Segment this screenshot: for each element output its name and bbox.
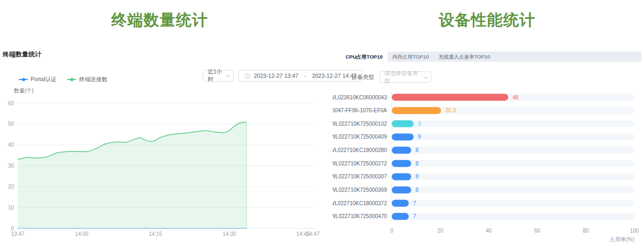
bar-value-label: 7 <box>413 213 416 219</box>
legend-item-1[interactable]: 终端连接数 <box>67 76 107 83</box>
x-tick-label: 0 <box>390 228 393 234</box>
date-separator: - <box>302 73 309 79</box>
area-fill <box>18 122 246 228</box>
tab-0[interactable]: CPU占用TOP10 <box>341 52 387 62</box>
bar-category-label: WL022710K725000102 <box>333 121 387 127</box>
device-type-select[interactable]: 请选择设备类型 <box>379 71 431 83</box>
bar-value-label: 20.3 <box>445 107 456 113</box>
bar-track <box>392 160 634 167</box>
bar <box>392 107 441 114</box>
bar <box>392 120 414 127</box>
x-tick-label: 14:15 <box>149 231 162 237</box>
x-tick-label: 14:00 <box>75 231 89 237</box>
bar-track <box>392 173 634 180</box>
bar-value-label: 8 <box>415 187 419 193</box>
bar <box>392 147 411 154</box>
y-tick-label: 50 <box>8 121 14 127</box>
bar-category-label: WL022710KC18000372 <box>333 200 387 206</box>
left-chart-controls: 近1小时 2023-12-27 13:47 - 2023-12-27 14:47 <box>203 70 362 82</box>
bar <box>392 133 414 140</box>
bar-value-label: 8 <box>415 174 419 179</box>
bar-track <box>392 213 634 220</box>
bar-value-label: 9 <box>418 134 421 140</box>
bar-category-label: 6047-FF96-1070-EF0A <box>333 107 387 113</box>
bar-value-label: 9 <box>418 121 421 127</box>
bar <box>392 173 411 180</box>
tab-2[interactable]: 无线接入点速率TOP10 <box>434 52 495 62</box>
y-tick-label: 30 <box>8 163 14 169</box>
x-tick-label: 14:47 <box>306 231 319 237</box>
bar-track <box>392 133 634 140</box>
x-tick-label: 80 <box>583 228 589 234</box>
x-tick-label: 20 <box>437 228 444 234</box>
legend-label: Portal认证 <box>31 76 56 83</box>
y-tick-label: 60 <box>8 100 14 106</box>
tab-1[interactable]: 内存占用TOP10 <box>387 52 434 62</box>
legend-marker-icon <box>67 78 76 82</box>
bar-value-label: 7 <box>413 200 416 206</box>
y-tick-label: 0 <box>11 226 14 232</box>
bar-track <box>392 147 634 154</box>
x-tick-label: 60 <box>535 228 541 234</box>
bar-value-label: 48 <box>513 95 519 100</box>
device-type-placeholder: 请选择设备类型 <box>384 70 420 85</box>
bar-track <box>392 186 634 193</box>
left-section-title: 终端数量统计 <box>0 10 319 31</box>
chevron-down-icon <box>226 73 230 77</box>
bar-category-label: WL022710K725000409 <box>333 134 387 140</box>
bar-value-label: 8 <box>415 161 419 167</box>
left-card-title: 终端数量统计 <box>3 50 41 59</box>
bar-category-label: WL022710K725000369 <box>333 187 387 193</box>
time-range-select[interactable]: 近1小时 <box>203 70 234 82</box>
bar-category-label: WL023610KC06000043 <box>333 95 387 100</box>
y-tick-label: 20 <box>8 184 14 190</box>
x-tick-label: 100 <box>630 228 639 234</box>
legend-item-0[interactable]: Portal认证 <box>19 76 56 83</box>
chart-legend: Portal认证终端连接数 <box>19 76 107 83</box>
chevron-down-icon <box>423 74 428 78</box>
date-range-picker[interactable]: 2023-12-27 13:47 - 2023-12-27 14:47 <box>238 70 362 82</box>
bar-category-label: WL022710K725000470 <box>333 213 387 219</box>
legend-marker-icon <box>19 78 28 82</box>
bar <box>392 160 411 167</box>
date-start: 2023-12-27 13:47 <box>254 73 298 79</box>
bar-value-label: 8 <box>415 147 419 153</box>
time-range-value: 近1小时 <box>208 68 223 83</box>
right-section-title: 设备性能统计 <box>333 10 641 31</box>
x-tick-label: 40 <box>486 228 492 234</box>
device-type-label: 设备类型 <box>352 74 374 81</box>
performance-tabs: CPU占用TOP10内存占用TOP10无线接入点速率TOP10 <box>341 52 641 62</box>
bar <box>392 186 411 193</box>
bar-track <box>392 200 634 207</box>
y-tick-label: 10 <box>8 205 14 211</box>
terminal-count-line-chart: 0102030405060数量(个)13:4714:0014:1514:3014… <box>0 86 333 245</box>
clock-icon <box>244 73 250 79</box>
x-tick-label: 13:47 <box>11 231 24 237</box>
cpu-top10-bar-chart: WL023610KC06000043486047-FF96-1070-EF0A2… <box>333 86 644 245</box>
bar-category-label: WL022710KC18000280 <box>333 147 387 153</box>
bar <box>392 213 409 220</box>
x-axis-title: 占用率(%) <box>610 236 634 242</box>
bar <box>392 200 409 207</box>
date-end: 2023-12-27 14:47 <box>312 73 356 79</box>
y-tick-label: 40 <box>8 142 14 148</box>
bar-category-label: WL022710K725000307 <box>333 174 387 179</box>
legend-label: 终端连接数 <box>79 76 107 83</box>
x-tick-label: 14:30 <box>223 231 236 237</box>
y-axis-title: 数量(个) <box>13 88 34 93</box>
bar-category-label: WL022710K725000272 <box>333 161 387 167</box>
bar <box>392 94 508 101</box>
bar-track <box>392 120 634 127</box>
device-type-filter: 设备类型 请选择设备类型 <box>352 71 431 83</box>
